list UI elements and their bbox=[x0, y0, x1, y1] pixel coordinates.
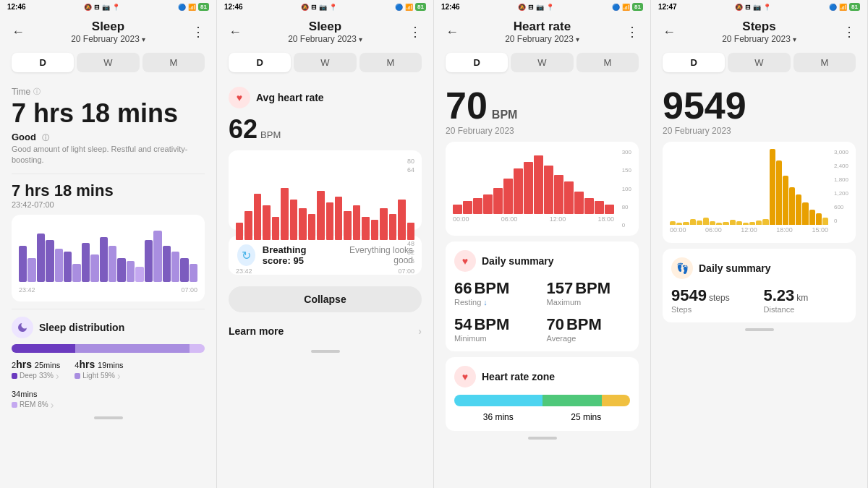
more-button-3[interactable]: ⋮ bbox=[626, 24, 639, 40]
steps-summary-header: 👣 Daily summary bbox=[671, 257, 847, 279]
hr-bar-13 bbox=[344, 211, 351, 240]
more-button-2[interactable]: ⋮ bbox=[409, 24, 422, 40]
back-button-4[interactable]: ← bbox=[663, 25, 676, 40]
tab-bar-2: D W M bbox=[217, 50, 433, 78]
tab-d-4[interactable]: D bbox=[663, 53, 725, 72]
learn-more-row[interactable]: Learn more › bbox=[229, 318, 422, 344]
steps-bars-container bbox=[670, 149, 828, 225]
more-button-4[interactable]: ⋮ bbox=[843, 24, 856, 40]
tab-bar-4: D W M bbox=[651, 50, 867, 78]
sleep-bar-18 bbox=[171, 252, 179, 282]
rem-val: 34mins bbox=[12, 388, 54, 399]
resting-label[interactable]: Resting ↓ bbox=[454, 298, 538, 307]
tab-d-2[interactable]: D bbox=[229, 53, 291, 72]
sleep-bar-19 bbox=[180, 258, 188, 282]
steps-bar-7 bbox=[710, 221, 715, 225]
bottom-indicator-1 bbox=[94, 416, 123, 419]
sleep-hr-content: ♥ Avg heart rate 62 BPM 80 64 bbox=[217, 78, 433, 488]
tab-w-1[interactable]: W bbox=[77, 53, 139, 72]
steps-bar-9 bbox=[723, 222, 728, 225]
steps-count-unit: steps bbox=[709, 293, 730, 303]
steps-bar-16 bbox=[822, 218, 828, 226]
tab-m-2[interactable]: M bbox=[359, 53, 422, 72]
moon-icon bbox=[17, 322, 28, 333]
rem-label[interactable]: REM 8% › bbox=[12, 399, 54, 411]
sleep-bar-7 bbox=[72, 264, 80, 282]
steps-count-label: Steps bbox=[671, 305, 755, 314]
status-icons-3: 🔕⊟📷📍 bbox=[518, 4, 554, 11]
hr-bar-17 bbox=[380, 208, 387, 240]
hr-main-date: 20 February 2023 bbox=[446, 126, 639, 136]
hr-main-bars bbox=[453, 149, 614, 214]
hr-bar-20 bbox=[407, 223, 414, 240]
tab-w-4[interactable]: W bbox=[728, 53, 790, 72]
date-2[interactable]: 20 February 2023 bbox=[242, 34, 409, 44]
light-dot bbox=[75, 373, 80, 379]
time-4: 12:47 bbox=[658, 3, 677, 11]
light-label[interactable]: Light 59% › bbox=[75, 370, 123, 382]
hr-main-value-row: 70 BPM bbox=[446, 87, 639, 124]
deep-sleep-stat: 2hrs 25mins Deep 33% › bbox=[12, 359, 60, 382]
bottom-indicator-3 bbox=[528, 437, 557, 440]
min-label: Minimum bbox=[454, 334, 538, 343]
time-3: 12:46 bbox=[441, 3, 460, 11]
hr-zone-card: ♥ Heart rate zone 36 mins 25 mins bbox=[446, 357, 639, 431]
hr-bar-10 bbox=[317, 191, 324, 240]
hr-main-bar-9 bbox=[534, 155, 543, 214]
resting-val: 66 bbox=[454, 279, 472, 298]
collapse-button[interactable]: Collapse bbox=[229, 286, 422, 312]
tab-w-3[interactable]: W bbox=[511, 53, 573, 72]
tab-bar-3: D W M bbox=[434, 50, 650, 78]
hr-bar-4 bbox=[263, 205, 270, 240]
back-button-2[interactable]: ← bbox=[229, 25, 242, 40]
time-info-icon[interactable]: ⓘ bbox=[33, 87, 41, 97]
hr-main-bar-8 bbox=[524, 162, 533, 214]
divider-2 bbox=[12, 309, 205, 309]
steps-summary-icon: 👣 bbox=[671, 257, 693, 279]
steps-bar-1 bbox=[670, 221, 676, 225]
quality-info-icon[interactable]: ⓘ bbox=[42, 134, 49, 142]
sleep-dist-title: Sleep distribution bbox=[39, 322, 124, 333]
resting-stat: 66 BPM Resting ↓ bbox=[454, 279, 538, 307]
hr-zone-title: Heart rate zone bbox=[482, 371, 555, 382]
steps-bar-4 bbox=[690, 219, 696, 225]
bottom-indicator-4 bbox=[745, 328, 774, 331]
tab-m-1[interactable]: M bbox=[142, 53, 205, 72]
hr-bar-9 bbox=[308, 214, 315, 240]
hr-zone-header: ♥ Heart rate zone bbox=[454, 366, 630, 388]
date-4[interactable]: 20 February 2023 bbox=[676, 34, 843, 44]
date-1[interactable]: 20 February 2023 bbox=[25, 34, 192, 44]
header-4: ← Steps 20 February 2023 ⋮ bbox=[651, 14, 867, 50]
back-button-1[interactable]: ← bbox=[12, 25, 25, 40]
steps-bar-high-3 bbox=[783, 176, 788, 225]
hr-bar-8 bbox=[299, 208, 306, 240]
hr-main-bar-3 bbox=[473, 198, 482, 215]
light-chevron: › bbox=[117, 370, 121, 382]
sleep-bar-8 bbox=[82, 243, 90, 282]
tab-w-2[interactable]: W bbox=[294, 53, 356, 72]
tab-m-4[interactable]: M bbox=[793, 53, 856, 72]
tab-d-1[interactable]: D bbox=[12, 53, 74, 72]
steps-bar-8 bbox=[716, 223, 722, 225]
sleep-dist-icon bbox=[12, 317, 33, 338]
back-button-3[interactable]: ← bbox=[446, 25, 459, 40]
more-button-1[interactable]: ⋮ bbox=[192, 24, 205, 40]
hr-main-bar-15 bbox=[595, 201, 604, 214]
hr-sleep-chart: 80 64 bbox=[229, 150, 422, 230]
steps-daily-summary: 👣 Daily summary 9549 steps Steps 5.23 km bbox=[663, 249, 856, 322]
hr-bar-5 bbox=[272, 217, 279, 240]
total-sleep-value: 7 hrs 18 mins bbox=[12, 98, 205, 129]
header-3: ← Heart rate 20 February 2023 ⋮ bbox=[434, 14, 650, 50]
hr-main-bar-14 bbox=[584, 198, 594, 215]
tab-d-3[interactable]: D bbox=[446, 53, 508, 72]
deep-label[interactable]: Deep 33% › bbox=[12, 370, 60, 382]
tab-m-3[interactable]: M bbox=[576, 53, 639, 72]
sleep-bar-11 bbox=[109, 246, 116, 282]
sleep-bar-12 bbox=[117, 258, 125, 282]
max-label: Maximum bbox=[547, 298, 631, 307]
quality-label: Good ⓘ bbox=[12, 132, 205, 143]
hr-content: 70 BPM 20 February 2023 300150100800 bbox=[434, 78, 650, 488]
date-3[interactable]: 20 February 2023 bbox=[459, 34, 626, 44]
hr-bar-12 bbox=[335, 197, 342, 240]
hr-summary-icon: ♥ bbox=[454, 250, 476, 272]
